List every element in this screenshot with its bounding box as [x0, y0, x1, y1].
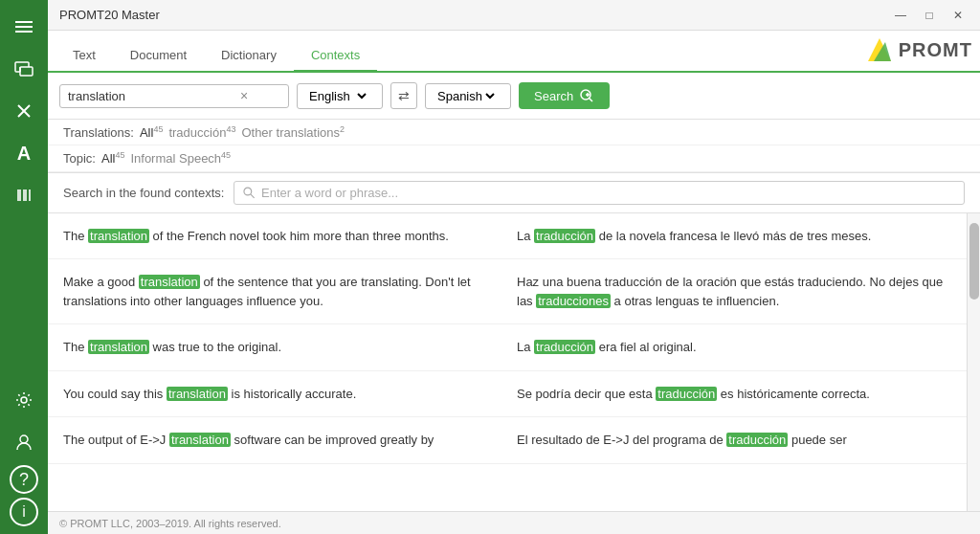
highlight-en-5: translation [169, 433, 231, 447]
user-icon[interactable] [5, 423, 43, 461]
result-es-2: Haz una buena traducción de la oración q… [517, 273, 951, 310]
highlight-en-2: translation [139, 275, 200, 289]
search-label: Search [534, 89, 573, 103]
restore-button[interactable]: □ [919, 5, 940, 26]
result-en-4: You could say this translation is histor… [63, 385, 498, 404]
search-icon [579, 88, 594, 103]
table-row: The translation of the French novel took… [48, 213, 967, 260]
highlight-es-3: traducción [534, 340, 595, 354]
tools-icon[interactable] [5, 92, 43, 130]
result-es-4: Se podría decir que esta traducción es h… [517, 385, 951, 404]
filter-area: Translations: All45 traducción43 Other t… [48, 120, 980, 173]
target-lang-select[interactable]: French Spanish Russian German [425, 83, 511, 109]
main-content: PROMT20 Master — □ ✕ Text Document Dicti… [48, 0, 980, 534]
tab-text[interactable]: Text [56, 40, 113, 73]
info-icon[interactable]: i [10, 498, 38, 526]
app-title: PROMT20 Master [59, 8, 890, 22]
svg-line-13 [590, 99, 593, 102]
context-input-wrapper[interactable] [234, 181, 965, 205]
scrollbar-thumb[interactable] [969, 223, 979, 300]
highlight-en-1: translation [88, 229, 149, 243]
filter-traduccion[interactable]: traducción43 [168, 124, 235, 140]
result-es-3: La traducción era fiel al original. [517, 338, 951, 357]
svg-rect-7 [29, 189, 31, 201]
settings-icon[interactable] [5, 381, 43, 419]
close-button[interactable]: ✕ [947, 5, 969, 26]
library-icon[interactable] [5, 176, 43, 214]
context-search-input[interactable] [261, 186, 956, 200]
search-input-wrapper[interactable]: × [59, 84, 289, 108]
result-en-3: The translation was true to the original… [63, 338, 498, 357]
svg-rect-6 [23, 189, 27, 201]
result-en-5: The output of E->J translation software … [63, 431, 498, 450]
source-lang-dropdown[interactable]: English Russian French German [305, 88, 369, 104]
table-row: Make a good translation of the sentence … [48, 259, 967, 324]
titlebar: PROMT20 Master — □ ✕ [48, 0, 980, 31]
highlight-en-4: translation [167, 387, 228, 401]
footer-text: © PROMT LLC, 2003–2019. All rights reser… [59, 518, 281, 529]
logo-area: PROMT [864, 34, 972, 71]
svg-point-16 [244, 188, 252, 195]
highlight-es-2: traducciones [536, 294, 611, 308]
context-search-label: Search in the found contexts: [63, 186, 224, 200]
filter-all[interactable]: All45 [140, 124, 163, 140]
svg-point-9 [20, 435, 28, 443]
result-en-1: The translation of the French novel took… [63, 227, 498, 246]
highlight-es-5: traducción [726, 433, 788, 447]
topic-informal[interactable]: Informal Speech45 [130, 150, 231, 166]
topic-all[interactable]: All45 [101, 150, 124, 166]
svg-line-17 [251, 194, 255, 198]
target-lang-dropdown[interactable]: French Spanish Russian German [434, 88, 498, 104]
highlight-es-1: traducción [534, 229, 595, 243]
clear-button[interactable]: × [240, 89, 248, 102]
context-search-icon [242, 186, 256, 199]
results-area: The translation of the French novel took… [48, 213, 980, 511]
window-controls: — □ ✕ [890, 5, 969, 26]
source-lang-select[interactable]: English Russian French German [297, 83, 383, 109]
result-es-1: La traducción de la novela francesa le l… [517, 227, 951, 246]
result-es-5: El resultado de E->J del programa de tra… [517, 431, 951, 450]
svg-rect-5 [17, 189, 21, 201]
menu-icon[interactable] [5, 8, 43, 46]
minimize-button[interactable]: — [890, 5, 911, 26]
scrollbar[interactable] [967, 213, 980, 511]
results-list: The translation of the French novel took… [48, 213, 967, 511]
swap-languages-button[interactable]: ⇄ [390, 82, 417, 109]
svg-point-8 [21, 397, 27, 403]
highlight-es-4: traducción [656, 387, 717, 401]
promt-logo-icon [864, 34, 895, 65]
result-en-2: Make a good translation of the sentence … [63, 273, 498, 310]
search-button[interactable]: Search [519, 82, 610, 109]
tabbar: Text Document Dictionary Contexts PROMT [48, 31, 980, 73]
table-row: The translation was true to the original… [48, 324, 967, 371]
svg-rect-1 [20, 67, 33, 76]
highlight-en-3: translation [88, 340, 149, 354]
font-icon[interactable]: A [5, 134, 43, 172]
sidebar: A ? i [0, 0, 48, 534]
footer: © PROMT LLC, 2003–2019. All rights reser… [48, 511, 980, 534]
translations-filter-row: Translations: All45 traducción43 Other t… [48, 120, 980, 145]
context-search-row: Search in the found contexts: [48, 173, 980, 213]
table-row: You could say this translation is histor… [48, 371, 967, 418]
search-input[interactable] [68, 89, 240, 103]
table-row: The output of E->J translation software … [48, 417, 967, 464]
help-circle-icon[interactable]: ? [10, 465, 38, 494]
tab-contexts[interactable]: Contexts [294, 40, 377, 73]
tab-dictionary[interactable]: Dictionary [204, 40, 294, 73]
topic-filter-row: Topic: All45 Informal Speech45 [48, 145, 980, 171]
translate-icon[interactable] [5, 50, 43, 88]
tab-document[interactable]: Document [113, 40, 204, 73]
promt-logo-text: PROMT [899, 39, 972, 61]
filter-other[interactable]: Other translations2 [241, 124, 345, 140]
searchbar: × English Russian French German ⇄ French… [48, 73, 980, 120]
translations-label: Translations: [63, 125, 134, 140]
topic-label: Topic: [63, 151, 96, 166]
